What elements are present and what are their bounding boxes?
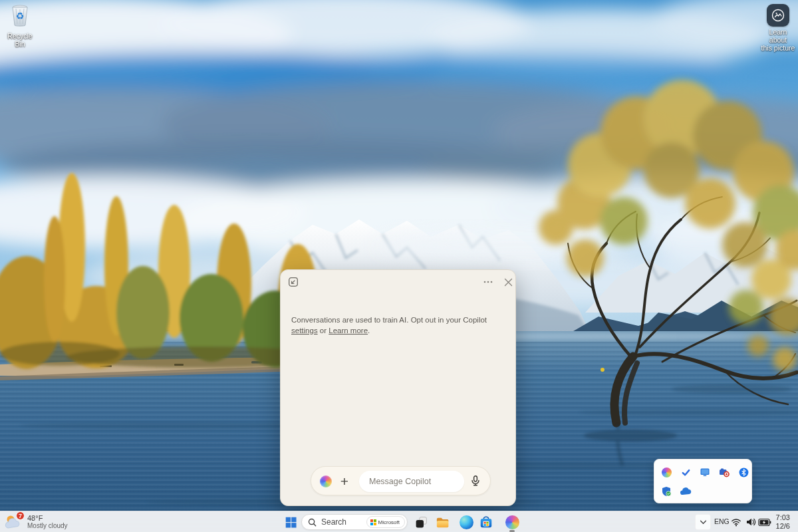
microphone-icon — [469, 475, 481, 487]
tray-windows-security-icon[interactable] — [660, 485, 673, 498]
language-indicator[interactable]: ENG — [714, 517, 730, 525]
close-icon — [504, 278, 513, 287]
microphone-button[interactable] — [469, 475, 483, 488]
clock[interactable]: 7:03 12/6 — [776, 513, 790, 531]
tray-copilot-icon[interactable] — [660, 466, 673, 479]
taskbar-search-box[interactable]: Search Microsoft — [301, 514, 408, 530]
expand-window-button[interactable] — [286, 275, 301, 289]
spotlight-learn-shortcut[interactable]: Learn about this picture — [759, 4, 797, 52]
weather-cloud-icon: 7 — [4, 513, 24, 531]
window-close-button[interactable] — [500, 275, 516, 289]
tray-onedrive-icon[interactable] — [679, 485, 692, 498]
desktop: ♻ Recycle Bin Learn about this picture — [0, 0, 798, 532]
edge-button[interactable] — [457, 514, 475, 530]
tray-overflow-flyout — [654, 459, 752, 503]
expand-icon — [288, 277, 299, 287]
message-copilot-input[interactable] — [359, 471, 464, 492]
edge-icon — [460, 515, 473, 529]
search-placeholder: Search — [321, 517, 366, 527]
battery-charging-icon — [758, 518, 771, 527]
window-menu-button[interactable] — [480, 275, 496, 289]
tray-device-status-icon[interactable] — [718, 466, 731, 479]
weather-temperature: 48°F — [27, 514, 68, 523]
spotlight-picture-icon — [767, 4, 789, 27]
spotlight-label-line1: Learn about — [759, 28, 797, 44]
copilot-logo-icon[interactable] — [320, 475, 332, 487]
tray-checkmark-icon[interactable] — [679, 466, 692, 479]
copilot-window: Conversations are used to train AI. Opt … — [280, 269, 516, 506]
tray-chevron-button[interactable] — [695, 514, 711, 530]
ellipsis-menu-icon — [483, 281, 493, 283]
start-button[interactable] — [281, 514, 300, 530]
add-attachment-button[interactable]: + — [337, 471, 352, 491]
widgets-weather-button[interactable]: 7 48°F Mostly cloudy — [4, 511, 90, 532]
copilot-taskbar-icon — [505, 515, 519, 529]
microsoft-store-button[interactable] — [477, 514, 495, 530]
volume-button[interactable] — [745, 517, 756, 530]
copilot-taskbar-button[interactable] — [503, 514, 521, 530]
notification-badge: 7 — [16, 511, 25, 520]
recycle-bin-label: Recycle Bin — [3, 32, 37, 48]
recycle-bin-icon: ♻ — [9, 4, 31, 31]
microsoft-logo-icon — [370, 519, 376, 525]
spotlight-label-line2: this picture — [761, 44, 795, 52]
speaker-icon — [745, 517, 756, 527]
search-highlight-badge: Microsoft — [366, 516, 405, 528]
weather-text: 48°F Mostly cloudy — [27, 514, 68, 531]
search-icon — [308, 518, 317, 527]
microsoft-store-icon — [479, 515, 493, 529]
file-explorer-icon — [435, 515, 450, 530]
svg-text:♻: ♻ — [16, 11, 25, 21]
wifi-button[interactable] — [731, 517, 741, 530]
weather-condition: Mostly cloudy — [27, 522, 68, 531]
wifi-icon — [731, 517, 741, 527]
privacy-notice-text: Conversations are used to train AI. Opt … — [291, 316, 487, 324]
settings-link[interactable]: settings — [291, 327, 318, 334]
task-view-icon — [414, 515, 428, 529]
privacy-notice: Conversations are used to train AI. Opt … — [291, 315, 505, 336]
file-explorer-button[interactable] — [433, 514, 452, 530]
clock-date: 12/6 — [776, 522, 790, 531]
tray-bluetooth-icon[interactable] — [737, 466, 750, 479]
message-input-bar: + — [311, 466, 491, 495]
recycle-bin-shortcut[interactable]: ♻ Recycle Bin — [3, 4, 37, 48]
windows-logo-icon — [285, 516, 297, 529]
learn-more-link[interactable]: Learn more — [329, 327, 368, 334]
taskbar: 7 48°F Mostly cloudy Search — [0, 511, 798, 532]
clock-time: 7:03 — [776, 513, 790, 522]
chevron-down-icon — [700, 520, 707, 525]
battery-button[interactable] — [758, 517, 771, 529]
task-view-button[interactable] — [412, 514, 430, 530]
tray-display-icon[interactable] — [698, 466, 712, 479]
